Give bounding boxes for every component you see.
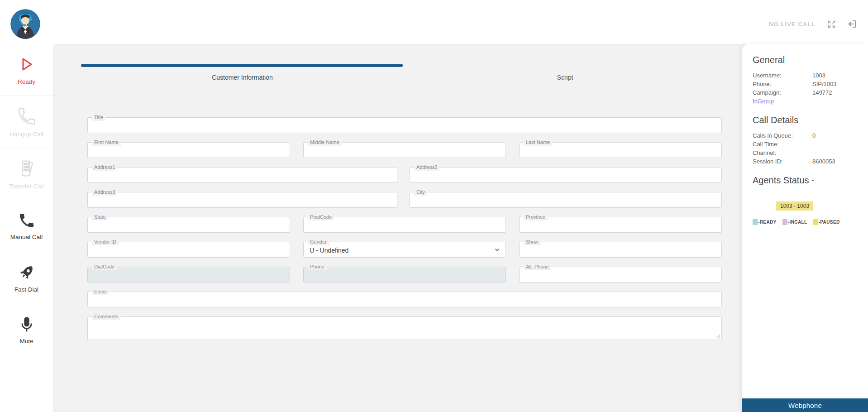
middle-name-input[interactable] (304, 143, 506, 158)
campaign-value: 149772 (812, 88, 832, 97)
address1-input[interactable] (88, 168, 397, 182)
live-call-status: NO LIVE CALL (768, 21, 816, 28)
calls-in-queue-row: Calls in Queue: 0 (753, 131, 862, 140)
email-input[interactable] (88, 292, 721, 307)
transfer-call-label: Transfer Call (9, 183, 44, 190)
legend-paused-label: -PAUSED (819, 220, 840, 225)
microphone-icon (18, 316, 36, 334)
legend-paused: -PAUSED (813, 219, 840, 225)
field-last-name: Last Name (519, 142, 722, 158)
action-sidebar: Ready Hangup Call Transfer Call Manua (0, 44, 53, 412)
header-actions: NO LIVE CALL (768, 19, 857, 29)
manual-call-button[interactable]: Manual Call (0, 200, 53, 252)
province-input[interactable] (520, 217, 721, 232)
webphone-toggle[interactable]: Webphone (742, 398, 868, 412)
transfer-call-button[interactable]: Transfer Call (0, 148, 53, 200)
mute-button[interactable]: Mute (0, 304, 53, 356)
legend-ready: -READY (753, 219, 777, 225)
ingroup-link[interactable]: InGroup (753, 98, 774, 105)
session-id-label: Session ID: (753, 157, 812, 166)
vendor-id-input[interactable] (88, 242, 290, 257)
field-comments: Comments (87, 316, 722, 340)
field-state: State (87, 217, 290, 233)
tab-customer-information[interactable]: Customer Information (81, 71, 404, 84)
customer-form: Title First Name Middle Name Last Name A… (87, 117, 722, 349)
username-row: Username: 1003 (753, 71, 862, 80)
tab-bar: Customer Information Script (81, 64, 726, 84)
calls-in-queue-label: Calls in Queue: (753, 131, 812, 140)
field-middle-name: Middle Name (303, 142, 506, 158)
transfer-phone-icon (16, 158, 37, 179)
active-tab-indicator (81, 64, 403, 67)
hangup-phone-icon (16, 106, 37, 127)
city-input[interactable] (410, 192, 721, 207)
field-gender: Gender U - Undefined (303, 242, 506, 258)
gender-select[interactable]: U - Undefined (304, 242, 506, 257)
top-bar: NO LIVE CALL (0, 0, 868, 44)
channel-label: Channel: (753, 149, 812, 157)
hangup-call-label: Hangup Call (10, 131, 43, 138)
campaign-label: Campaign: (753, 88, 812, 97)
resize-handle-icon[interactable] (715, 334, 720, 339)
fast-dial-button[interactable]: Fast Dial (0, 252, 53, 304)
agent-avatar[interactable] (10, 9, 40, 39)
field-email: Email (87, 292, 722, 307)
field-first-name: First Name (87, 142, 290, 158)
field-city: City (410, 192, 722, 208)
call-details-heading: Call Details (753, 115, 862, 125)
phone-row-value: SIP/1003 (812, 80, 837, 88)
username-value: 1003 (812, 71, 825, 80)
legend-ready-label: -READY (758, 220, 777, 225)
field-show: Show (519, 242, 722, 258)
show-input[interactable] (520, 242, 721, 257)
address2-input[interactable] (410, 168, 721, 182)
field-dialcode: DialCode (87, 267, 290, 283)
status-panel: General Username: 1003 Phone: SIP/1003 C… (742, 44, 868, 412)
gender-selected-value: U - Undefined (310, 246, 348, 254)
phone-row: Phone: SIP/1003 (753, 80, 862, 88)
field-alt-phone: Alt. Phone (519, 267, 722, 283)
fullscreen-icon[interactable] (827, 19, 836, 29)
call-time-row: Call Time: (753, 140, 862, 149)
field-phone: Phone (303, 267, 506, 283)
address3-input[interactable] (88, 192, 397, 207)
general-heading: General (753, 55, 862, 65)
rocket-icon (17, 263, 36, 282)
main-content: Customer Information Script Title First … (53, 44, 742, 412)
logout-icon[interactable] (847, 19, 857, 29)
title-input[interactable] (88, 118, 721, 133)
status-legend: -READY -INCALL -PAUSED (753, 219, 862, 225)
fast-dial-label: Fast Dial (14, 286, 38, 293)
channel-row: Channel: (753, 149, 862, 157)
field-vendor-id: Vendor ID (87, 242, 290, 258)
phone-input (304, 267, 506, 282)
alt-phone-input[interactable] (520, 267, 721, 282)
session-id-value: 8600053 (812, 157, 835, 166)
legend-incall: -INCALL (782, 219, 807, 225)
first-name-input[interactable] (88, 143, 290, 158)
chevron-down-icon (494, 247, 500, 253)
incall-color-swatch (782, 219, 787, 225)
phone-row-label: Phone: (753, 80, 812, 88)
tab-script[interactable]: Script (404, 71, 726, 84)
field-postcode: PostCode (303, 217, 506, 233)
field-address1: Address1 (87, 167, 397, 183)
phone-icon (18, 211, 36, 230)
manual-call-label: Manual Call (10, 234, 43, 240)
agent-status-badge: 1003 - 1003 (776, 201, 813, 211)
call-time-label: Call Time: (753, 140, 812, 149)
hangup-call-button[interactable]: Hangup Call (0, 96, 53, 148)
field-address2: Address2 (410, 167, 722, 183)
legend-incall-label: -INCALL (788, 220, 807, 225)
agent-avatar-icon (10, 9, 40, 39)
play-icon (17, 54, 37, 74)
last-name-input[interactable] (520, 143, 721, 158)
postcode-input[interactable] (304, 217, 506, 232)
field-province: Province (519, 217, 722, 233)
comments-textarea[interactable] (88, 317, 721, 340)
paused-color-swatch (813, 219, 818, 225)
agents-status-heading: Agents Status - (753, 175, 862, 186)
ready-button[interactable]: Ready (0, 44, 53, 96)
state-input[interactable] (88, 217, 290, 232)
username-label: Username: (753, 71, 812, 80)
